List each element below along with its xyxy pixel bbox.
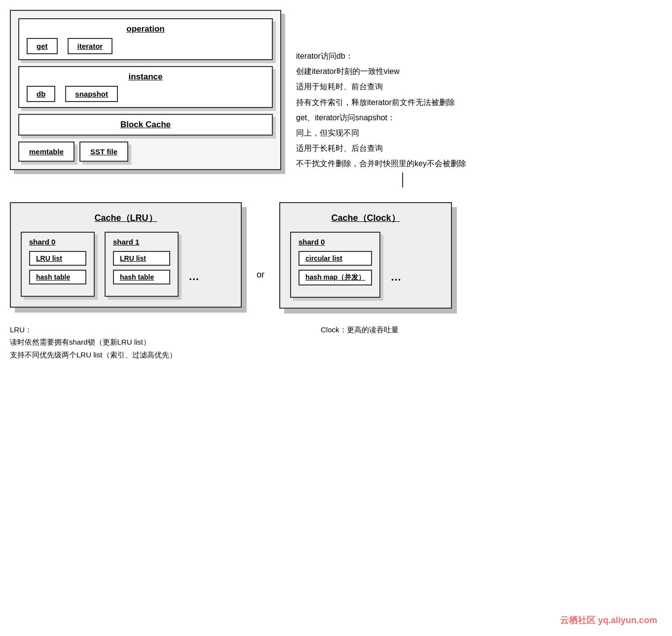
right-line-6: 适用于长耗时、后台查询	[296, 141, 662, 155]
right-line-4: get、iterator访问snapshot：	[296, 111, 662, 124]
bottom-section: Cache（LRU） shard 0 LRU list hash table s…	[0, 187, 672, 318]
lru-shard-1-item-1: hash table	[113, 270, 170, 284]
operation-box: operation get iterator	[18, 18, 273, 60]
clock-shard-0-item-0: circular list	[299, 251, 372, 266]
lru-cache-box: Cache（LRU） shard 0 LRU list hash table s…	[10, 202, 242, 308]
get-box: get	[27, 38, 58, 54]
instance-items-row: db snapshot	[27, 86, 264, 102]
clock-desc-line-0: Clock：更高的读吞吐量	[321, 323, 662, 336]
db-box: db	[27, 86, 55, 102]
clock-shard-0-item-1: hash map（并发）	[299, 270, 372, 285]
lru-shard-1-box: shard 1 LRU list hash table	[105, 232, 179, 297]
main-diagram: operation get iterator instance db snaps…	[10, 10, 281, 173]
lru-desc: LRU： 读时依然需要拥有shard锁（更新LRU list） 支持不同优先级两…	[10, 323, 266, 361]
clock-shard-0-title: shard 0	[299, 238, 372, 246]
block-cache-box: Block Cache	[18, 114, 273, 136]
clock-cache-shards: shard 0 circular list hash map（并发） …	[290, 232, 441, 298]
lru-cache-title: Cache（LRU）	[21, 212, 231, 224]
top-section: operation get iterator instance db snaps…	[0, 0, 672, 173]
snapshot-box: snapshot	[65, 86, 118, 102]
right-line-3: 持有文件索引，释放iterator前文件无法被删除	[296, 96, 662, 109]
clock-desc: Clock：更高的读吞吐量	[281, 323, 662, 361]
desc-section: LRU： 读时依然需要拥有shard锁（更新LRU list） 支持不同优先级两…	[0, 318, 672, 361]
lru-desc-line-2: 支持不同优先级两个LRU list（索引、过滤高优先）	[10, 349, 266, 361]
clock-shard-0-box: shard 0 circular list hash map（并发）	[290, 232, 380, 298]
memtable-sst-row: memtable SST file	[18, 141, 273, 162]
operation-title: operation	[27, 24, 264, 34]
lru-desc-line-1: 读时依然需要拥有shard锁（更新LRU list）	[10, 336, 266, 349]
lru-shard-0-title: shard 0	[29, 238, 86, 246]
memtable-box: memtable	[18, 141, 75, 162]
clock-cache-title: Cache（Clock）	[290, 212, 441, 224]
outer-box: operation get iterator instance db snaps…	[10, 10, 281, 170]
watermark: 云栖社区 yq.aliyun.com	[560, 614, 657, 626]
lru-shard-0-item-0: LRU list	[29, 251, 86, 266]
clock-cache-box: Cache（Clock） shard 0 circular list hash …	[279, 202, 452, 309]
operation-items-row: get iterator	[27, 38, 264, 54]
lru-ellipsis: …	[188, 246, 199, 283]
right-line-7: 不干扰文件删除，合并时快照里的key不会被删除	[296, 157, 662, 170]
or-label: or	[257, 230, 264, 280]
lru-desc-line-0: LRU：	[10, 323, 266, 336]
connector	[0, 173, 672, 187]
iterator-box: iterator	[68, 38, 113, 54]
right-line-2: 适用于短耗时、前台查询	[296, 80, 662, 93]
instance-title: instance	[27, 72, 264, 82]
right-line-1: 创建iterator时刻的一致性view	[296, 65, 662, 78]
lru-shard-0-item-1: hash table	[29, 270, 86, 284]
lru-shard-0-box: shard 0 LRU list hash table	[21, 232, 95, 297]
clock-ellipsis: …	[390, 246, 401, 283]
lru-shard-1-item-0: LRU list	[113, 251, 170, 266]
right-line-5: 同上，但实现不同	[296, 126, 662, 140]
instance-box: instance db snapshot	[18, 66, 273, 108]
right-line-0: iterator访问db：	[296, 49, 662, 63]
sst-file-box: SST file	[79, 141, 128, 162]
lru-shard-1-title: shard 1	[113, 238, 170, 246]
right-text-panel: iterator访问db： 创建iterator时刻的一致性view 适用于短耗…	[296, 10, 662, 173]
lru-cache-shards: shard 0 LRU list hash table shard 1 LRU …	[21, 232, 231, 297]
